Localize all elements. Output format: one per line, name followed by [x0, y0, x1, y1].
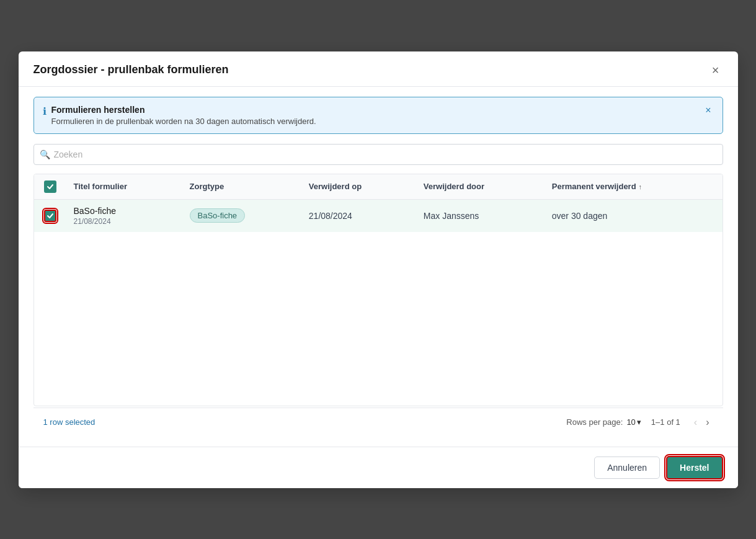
search-container: 🔍: [33, 144, 723, 165]
close-button[interactable]: ×: [708, 63, 723, 78]
col-zorgtype-label: Zorgtype: [190, 182, 225, 191]
rows-per-page-label: Rows per page:: [566, 417, 623, 427]
rows-per-page-select[interactable]: 10 ▾: [626, 417, 641, 427]
row-deleted-by-cell: Max Janssens: [416, 199, 545, 232]
row-deleted-on-cell: 21/08/2024: [301, 199, 416, 232]
table-row: BaSo-fiche 21/08/2024 BaSo-fiche 21/08/2…: [34, 199, 723, 232]
next-page-button[interactable]: ›: [702, 416, 713, 429]
page-navigation: ‹ ›: [690, 416, 713, 429]
row-checkbox[interactable]: [44, 210, 56, 222]
col-title-label: Titel formulier: [74, 182, 127, 191]
table-empty-area: [34, 232, 723, 406]
banner-close-button[interactable]: ×: [703, 105, 713, 116]
search-input[interactable]: [33, 144, 723, 165]
modal-title: Zorgdossier - prullenbak formulieren: [33, 63, 229, 76]
table-container: Titel formulier Zorgtype Verwijderd op V…: [33, 174, 723, 406]
row-zorgtype-cell: BaSo-fiche: [182, 199, 301, 232]
col-permanent-sort[interactable]: Permanent verwijderd ↑: [552, 182, 642, 191]
modal-dialog: Zorgdossier - prullenbak formulieren × ℹ…: [19, 51, 738, 488]
col-permanent-label: Permanent verwijderd: [552, 182, 636, 191]
page-info: 1–1 of 1: [651, 417, 680, 427]
info-banner-content: ℹ Formulieren herstellen Formulieren in …: [43, 105, 316, 126]
search-icon: 🔍: [40, 149, 50, 159]
form-title-content: BaSo-fiche 21/08/2024: [74, 206, 175, 226]
col-deleted-by-label: Verwijderd door: [424, 182, 484, 191]
prev-page-button[interactable]: ‹: [690, 416, 701, 429]
select-all-checkbox[interactable]: [44, 180, 56, 193]
modal-body: ℹ Formulieren herstellen Formulieren in …: [19, 87, 738, 447]
form-title-name: BaSo-fiche: [74, 206, 175, 216]
col-header-zorgtype: Zorgtype: [182, 174, 301, 200]
rows-per-page-container: Rows per page: 10 ▾: [566, 417, 641, 427]
rows-per-page-chevron: ▾: [637, 417, 641, 427]
info-banner-title: Formulieren herstellen: [51, 105, 316, 115]
info-banner-text: Formulieren herstellen Formulieren in de…: [51, 105, 316, 126]
info-banner-description: Formulieren in de prullenbak worden na 3…: [51, 117, 316, 126]
permanent-value: over 30 dagen: [552, 211, 608, 221]
deleted-by-value: Max Janssens: [424, 211, 479, 221]
deleted-on-value: 21/08/2024: [309, 211, 352, 221]
modal-header: Zorgdossier - prullenbak formulieren ×: [19, 51, 738, 87]
col-header-deleted-by: Verwijderd door: [416, 174, 545, 200]
cancel-button[interactable]: Annuleren: [594, 457, 660, 479]
info-banner: ℹ Formulieren herstellen Formulieren in …: [33, 97, 723, 134]
select-all-header[interactable]: [34, 174, 66, 200]
forms-table: Titel formulier Zorgtype Verwijderd op V…: [34, 174, 723, 232]
col-header-permanent: Permanent verwijderd ↑: [545, 174, 723, 200]
row-title-cell: BaSo-fiche 21/08/2024: [66, 199, 182, 232]
row-select-cell[interactable]: [34, 199, 66, 232]
modal-overlay: Zorgdossier - prullenbak formulieren × ℹ…: [0, 0, 756, 539]
row-permanent-cell: over 30 dagen: [545, 199, 723, 232]
table-footer: 1 row selected Rows per page: 10 ▾ 1–1 o…: [33, 408, 723, 437]
zorgtype-badge: BaSo-fiche: [190, 208, 246, 223]
info-icon: ℹ: [43, 105, 47, 117]
pagination-controls: Rows per page: 10 ▾ 1–1 of 1 ‹ ›: [566, 416, 713, 429]
form-title-date: 21/08/2024: [74, 217, 175, 226]
modal-footer: Annuleren Herstel: [19, 447, 738, 488]
rows-per-page-value: 10: [626, 417, 635, 427]
col-header-deleted-on: Verwijderd op: [301, 174, 416, 200]
herstel-button[interactable]: Herstel: [666, 456, 723, 479]
sort-icon: ↑: [639, 183, 643, 190]
row-selected-text: 1 row selected: [43, 417, 96, 427]
col-header-title: Titel formulier: [66, 174, 182, 200]
table-header-row: Titel formulier Zorgtype Verwijderd op V…: [34, 174, 723, 200]
col-deleted-on-label: Verwijderd op: [309, 182, 362, 191]
